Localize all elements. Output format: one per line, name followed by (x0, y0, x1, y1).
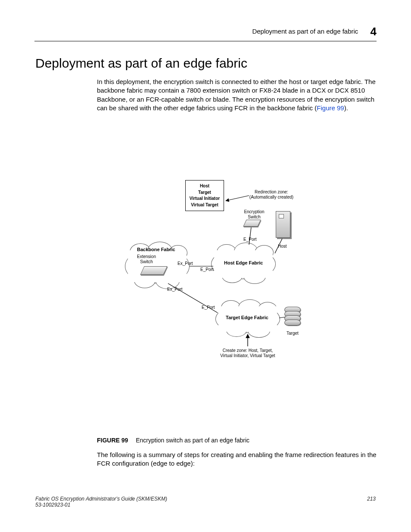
redirection-zone-label: Redirection zone: (Automatically created… (248, 190, 295, 199)
target-disk-icon (284, 308, 301, 326)
figure-number: FIGURE 99 (97, 437, 128, 444)
target-label: Target (286, 331, 299, 336)
svg-line-0 (226, 196, 249, 201)
figure-link[interactable]: Figure 99 (317, 104, 344, 112)
page-title: Deployment as part of an edge fabric (35, 56, 247, 71)
svg-line-1 (249, 227, 251, 245)
export2-label: Ex_Port (167, 287, 183, 292)
figure-caption: FIGURE 99 Encryption switch as part of a… (97, 437, 249, 444)
intro-tail: ). (344, 104, 348, 112)
page-header: Deployment as part of an edge fabric 4 (34, 25, 377, 41)
footer-book-title: Fabric OS Encryption Administrator's Gui… (35, 496, 376, 502)
zone-line-target: Target (187, 190, 222, 196)
encryption-switch-icon (243, 220, 261, 227)
zone-box: Host Target Virtual Initiator Virtual Ta… (185, 180, 224, 211)
host-edge-fabric-label: Host Edge Fabric (224, 260, 263, 265)
zone-line-vi: Virtual Initiator (187, 196, 222, 202)
target-edge-fabric-label: Target Edge Fabric (226, 315, 268, 320)
outro-paragraph: The following is a summary of steps for … (97, 451, 377, 468)
zone-line-host: Host (187, 183, 222, 190)
extension-switch-icon (140, 266, 167, 275)
edge-fabric-diagram: Host Target Virtual Initiator Virtual Ta… (125, 180, 314, 361)
eport-bot-label: E_Port (202, 305, 215, 310)
chapter-number: 4 (371, 25, 377, 38)
host-server-icon (276, 211, 290, 238)
running-title: Deployment as part of an edge fabric (252, 28, 358, 35)
page-footer: 213 Fabric OS Encryption Administrator's… (35, 496, 376, 508)
encryption-switch-label: Encryption Switch (241, 209, 267, 219)
figure-caption-text: Encryption switch as part of an edge fab… (136, 437, 249, 444)
host-label: Host (278, 244, 287, 249)
zone-line-vt: Virtual Target (187, 202, 222, 208)
page-number: 213 (367, 496, 376, 502)
footer-doc-number: 53-1002923-01 (35, 502, 376, 508)
header-rule (34, 41, 377, 41)
extension-switch-label: Extension Switch (136, 254, 157, 264)
backbone-fabric-label: Backbone Fabric (137, 247, 175, 252)
create-zone-note: Create zone: Host, Target, Virtual Initi… (215, 348, 280, 358)
eport-top-label: E_Port (243, 237, 257, 242)
export1-label: Ex_Port (177, 261, 193, 266)
eport-mid-label: E_Port (200, 267, 214, 272)
intro-paragraph: In this deployment, the encryption switc… (97, 78, 377, 112)
